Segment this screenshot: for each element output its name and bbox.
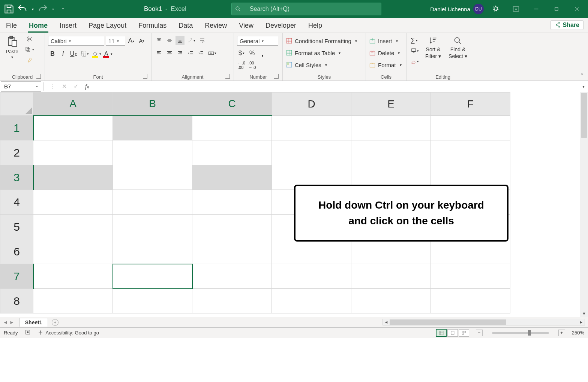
expand-formula-bar-icon[interactable]: ▾ — [579, 84, 588, 89]
cell-B3[interactable] — [113, 165, 192, 190]
zoom-slider[interactable] — [492, 332, 549, 334]
hscroll-thumb[interactable] — [390, 319, 506, 325]
underline-button[interactable]: U▾ — [69, 49, 78, 58]
alignment-launcher-icon[interactable] — [225, 74, 230, 79]
row-header-5[interactable]: 5 — [0, 215, 33, 239]
col-header-B[interactable]: B — [113, 93, 192, 116]
tab-insert[interactable]: Insert — [59, 19, 77, 33]
col-header-D[interactable]: D — [272, 93, 351, 116]
increase-indent-button[interactable] — [196, 49, 206, 58]
cell-D6[interactable] — [272, 239, 351, 264]
sheet-tab-sheet1[interactable]: Sheet1 — [20, 318, 48, 327]
account-badge[interactable]: Daniel Uchenna DU — [430, 4, 484, 14]
cell-C5[interactable] — [192, 215, 272, 239]
cell-C1[interactable] — [192, 116, 272, 140]
decrease-font-button[interactable]: A▾ — [137, 36, 146, 45]
tab-developer[interactable]: Developer — [265, 19, 297, 33]
decrease-decimal-button[interactable]: .00→.0 — [248, 61, 256, 70]
format-as-table-button[interactable]: Format as Table▾ — [286, 48, 340, 58]
cell-B4[interactable] — [113, 190, 192, 215]
cell-E7[interactable] — [351, 264, 431, 289]
col-header-F[interactable]: F — [431, 93, 510, 116]
cell-A4[interactable] — [33, 190, 113, 215]
horizontal-scrollbar[interactable]: ◄ ► — [382, 319, 585, 325]
cell-F2[interactable] — [431, 140, 510, 165]
cell-D8[interactable] — [272, 289, 351, 313]
cancel-formula-icon[interactable]: ✕ — [62, 83, 67, 90]
row-header-2[interactable]: 2 — [0, 140, 33, 165]
format-painter-button[interactable] — [24, 55, 35, 64]
cut-button[interactable] — [24, 34, 35, 43]
cell-F6[interactable] — [431, 239, 510, 264]
cell-C7[interactable] — [192, 264, 272, 289]
close-icon[interactable] — [568, 1, 585, 16]
ribbon-display-icon[interactable] — [508, 1, 524, 16]
cell-C2[interactable] — [192, 140, 272, 165]
borders-button[interactable]: ▾ — [80, 49, 90, 58]
select-all-corner[interactable] — [0, 93, 33, 116]
qat-customize-icon[interactable]: ⁼ — [57, 3, 69, 15]
merge-center-button[interactable]: ▾ — [207, 49, 217, 58]
cell-F7[interactable] — [431, 264, 510, 289]
cell-E2[interactable] — [351, 140, 431, 165]
normal-view-button[interactable] — [436, 329, 447, 337]
insert-cells-button[interactable]: Insert▾ — [369, 36, 398, 46]
align-middle-button[interactable] — [165, 36, 174, 45]
tab-data[interactable]: Data — [178, 19, 194, 33]
row-header-7[interactable]: 7 — [0, 264, 33, 289]
cell-styles-button[interactable]: Cell Styles▾ — [286, 60, 327, 70]
accessibility-status[interactable]: Accessibility: Good to go — [38, 330, 99, 336]
zoom-level[interactable]: 250% — [572, 330, 584, 336]
font-color-button[interactable]: A▾ — [104, 49, 113, 58]
maximize-icon[interactable] — [548, 1, 565, 16]
number-format-combo[interactable]: General▾ — [237, 36, 278, 46]
dropdown-icon[interactable]: ⋮ — [49, 83, 55, 90]
cell-A8[interactable] — [33, 289, 113, 313]
decrease-indent-button[interactable] — [186, 49, 195, 58]
cell-B7[interactable] — [113, 264, 192, 289]
align-top-button[interactable] — [154, 36, 164, 45]
orientation-button[interactable]: ▾ — [186, 36, 196, 45]
cell-A1[interactable] — [33, 116, 113, 140]
cell-B6[interactable] — [113, 239, 192, 264]
col-header-A[interactable]: A — [33, 93, 113, 116]
zoom-knob[interactable] — [528, 330, 531, 336]
minimize-icon[interactable] — [528, 1, 544, 16]
page-break-view-button[interactable] — [459, 329, 469, 337]
page-layout-view-button[interactable] — [447, 329, 458, 337]
cell-E1[interactable] — [351, 116, 431, 140]
cell-A2[interactable] — [33, 140, 113, 165]
cell-E6[interactable] — [351, 239, 431, 264]
row-header-6[interactable]: 6 — [0, 239, 33, 264]
tab-view[interactable]: View — [238, 19, 254, 33]
font-name-combo[interactable]: Calibri▾ — [48, 36, 104, 46]
cell-C6[interactable] — [192, 239, 272, 264]
collapse-ribbon-icon[interactable]: ⌃ — [580, 72, 584, 78]
clipboard-launcher-icon[interactable] — [36, 74, 41, 79]
cell-C8[interactable] — [192, 289, 272, 313]
font-launcher-icon[interactable] — [143, 74, 147, 79]
next-sheet-icon[interactable]: ► — [9, 319, 14, 325]
delete-cells-button[interactable]: Delete▾ — [369, 48, 400, 58]
redo-icon[interactable] — [37, 3, 49, 15]
cell-C3[interactable] — [192, 165, 272, 190]
row-header-1[interactable]: 1 — [0, 116, 33, 140]
increase-font-button[interactable]: A▴ — [127, 36, 136, 45]
cell-B2[interactable] — [113, 140, 192, 165]
coming-soon-icon[interactable] — [488, 1, 504, 16]
cell-F8[interactable] — [431, 289, 510, 313]
comma-button[interactable]: , — [258, 49, 267, 58]
row-header-4[interactable]: 4 — [0, 190, 33, 215]
align-center-button[interactable] — [165, 49, 174, 58]
cell-A6[interactable] — [33, 239, 113, 264]
wrap-text-button[interactable] — [198, 36, 207, 45]
fx-icon[interactable]: fx — [85, 83, 89, 90]
undo-icon[interactable] — [16, 3, 28, 15]
format-cells-button[interactable]: Format▾ — [369, 60, 402, 70]
cell-B8[interactable] — [113, 289, 192, 313]
cell-D1[interactable] — [272, 116, 351, 140]
zoom-out-button[interactable]: − — [476, 330, 483, 336]
fill-color-button[interactable]: ▾ — [91, 49, 102, 58]
save-icon[interactable] — [3, 3, 15, 15]
cell-A7[interactable] — [33, 264, 113, 289]
